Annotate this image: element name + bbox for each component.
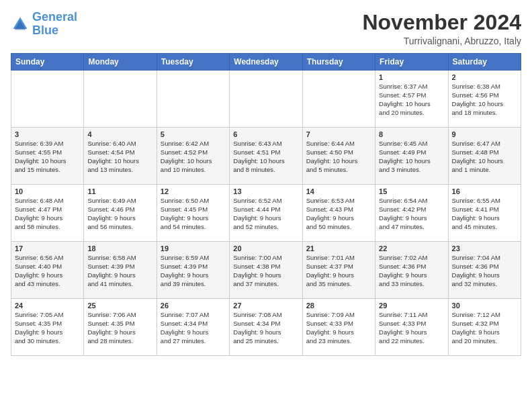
day-info: Sunrise: 6:56 AM Sunset: 4:40 PM Dayligh… bbox=[15, 254, 80, 288]
day-number: 8 bbox=[379, 130, 444, 138]
calendar-cell: 12Sunrise: 6:50 AM Sunset: 4:45 PM Dayli… bbox=[157, 185, 229, 242]
calendar-cell: 29Sunrise: 7:11 AM Sunset: 4:33 PM Dayli… bbox=[375, 299, 448, 356]
day-number: 26 bbox=[161, 302, 226, 310]
day-info: Sunrise: 6:50 AM Sunset: 4:45 PM Dayligh… bbox=[161, 197, 226, 231]
calendar-cell: 26Sunrise: 7:07 AM Sunset: 4:34 PM Dayli… bbox=[157, 299, 229, 356]
calendar-cell: 25Sunrise: 7:06 AM Sunset: 4:35 PM Dayli… bbox=[84, 299, 157, 356]
calendar-cell: 19Sunrise: 6:59 AM Sunset: 4:39 PM Dayli… bbox=[157, 242, 229, 299]
page: General Blue November 2024 Turrivalignan… bbox=[0, 0, 532, 361]
day-number: 22 bbox=[379, 244, 444, 253]
day-info: Sunrise: 6:39 AM Sunset: 4:55 PM Dayligh… bbox=[15, 140, 80, 174]
day-info: Sunrise: 7:11 AM Sunset: 4:33 PM Dayligh… bbox=[379, 311, 444, 345]
col-sunday: Sunday bbox=[11, 54, 84, 71]
day-info: Sunrise: 7:12 AM Sunset: 4:32 PM Dayligh… bbox=[452, 311, 517, 345]
calendar-week-2: 10Sunrise: 6:48 AM Sunset: 4:47 PM Dayli… bbox=[11, 185, 521, 242]
calendar-cell: 13Sunrise: 6:52 AM Sunset: 4:44 PM Dayli… bbox=[230, 185, 302, 242]
day-number: 30 bbox=[452, 302, 517, 310]
calendar-cell: 8Sunrise: 6:45 AM Sunset: 4:49 PM Daylig… bbox=[375, 128, 448, 185]
day-info: Sunrise: 7:01 AM Sunset: 4:37 PM Dayligh… bbox=[306, 254, 371, 288]
day-number: 3 bbox=[15, 130, 80, 138]
day-number: 23 bbox=[452, 244, 517, 253]
calendar-cell: 28Sunrise: 7:09 AM Sunset: 4:33 PM Dayli… bbox=[302, 299, 375, 356]
col-saturday: Saturday bbox=[448, 54, 521, 71]
calendar-cell: 3Sunrise: 6:39 AM Sunset: 4:55 PM Daylig… bbox=[11, 128, 84, 185]
day-info: Sunrise: 7:08 AM Sunset: 4:34 PM Dayligh… bbox=[233, 311, 298, 345]
calendar-cell: 18Sunrise: 6:58 AM Sunset: 4:39 PM Dayli… bbox=[84, 242, 157, 299]
calendar-header: Sunday Monday Tuesday Wednesday Thursday… bbox=[11, 54, 521, 71]
day-info: Sunrise: 6:59 AM Sunset: 4:39 PM Dayligh… bbox=[161, 254, 226, 288]
calendar-week-0: 1Sunrise: 6:37 AM Sunset: 4:57 PM Daylig… bbox=[11, 71, 521, 128]
day-number: 15 bbox=[379, 187, 444, 195]
day-number: 1 bbox=[379, 73, 444, 81]
logo-general: General bbox=[32, 10, 77, 24]
day-number: 25 bbox=[87, 302, 152, 310]
day-number: 6 bbox=[233, 130, 298, 138]
day-info: Sunrise: 6:49 AM Sunset: 4:46 PM Dayligh… bbox=[87, 197, 152, 231]
calendar-cell: 23Sunrise: 7:04 AM Sunset: 4:36 PM Dayli… bbox=[448, 242, 521, 299]
calendar-cell: 15Sunrise: 6:54 AM Sunset: 4:42 PM Dayli… bbox=[375, 185, 448, 242]
calendar-week-3: 17Sunrise: 6:56 AM Sunset: 4:40 PM Dayli… bbox=[11, 242, 521, 299]
calendar-body: 1Sunrise: 6:37 AM Sunset: 4:57 PM Daylig… bbox=[11, 71, 521, 356]
calendar-cell: 4Sunrise: 6:40 AM Sunset: 4:54 PM Daylig… bbox=[84, 128, 157, 185]
day-number: 24 bbox=[15, 302, 80, 310]
day-info: Sunrise: 7:06 AM Sunset: 4:35 PM Dayligh… bbox=[87, 311, 152, 345]
day-number: 16 bbox=[452, 187, 517, 195]
header: General Blue November 2024 Turrivalignan… bbox=[11, 11, 521, 46]
calendar-cell bbox=[230, 71, 302, 128]
day-number: 18 bbox=[87, 244, 152, 253]
header-row: Sunday Monday Tuesday Wednesday Thursday… bbox=[11, 54, 521, 71]
calendar-week-1: 3Sunrise: 6:39 AM Sunset: 4:55 PM Daylig… bbox=[11, 128, 521, 185]
calendar-cell: 5Sunrise: 6:42 AM Sunset: 4:52 PM Daylig… bbox=[157, 128, 229, 185]
day-number: 27 bbox=[233, 302, 298, 310]
day-number: 17 bbox=[15, 244, 80, 253]
calendar-cell bbox=[11, 71, 84, 128]
col-friday: Friday bbox=[375, 54, 448, 71]
day-info: Sunrise: 6:52 AM Sunset: 4:44 PM Dayligh… bbox=[233, 197, 298, 231]
day-info: Sunrise: 6:43 AM Sunset: 4:51 PM Dayligh… bbox=[233, 140, 298, 174]
calendar-cell: 10Sunrise: 6:48 AM Sunset: 4:47 PM Dayli… bbox=[11, 185, 84, 242]
day-number: 29 bbox=[379, 302, 444, 310]
day-info: Sunrise: 6:37 AM Sunset: 4:57 PM Dayligh… bbox=[379, 83, 444, 117]
day-info: Sunrise: 7:05 AM Sunset: 4:35 PM Dayligh… bbox=[15, 311, 80, 345]
calendar-cell: 30Sunrise: 7:12 AM Sunset: 4:32 PM Dayli… bbox=[448, 299, 521, 356]
day-number: 10 bbox=[15, 187, 80, 195]
day-number: 14 bbox=[306, 187, 371, 195]
day-info: Sunrise: 6:45 AM Sunset: 4:49 PM Dayligh… bbox=[379, 140, 444, 174]
calendar-cell: 2Sunrise: 6:38 AM Sunset: 4:56 PM Daylig… bbox=[448, 71, 521, 128]
day-info: Sunrise: 6:42 AM Sunset: 4:52 PM Dayligh… bbox=[161, 140, 226, 174]
day-info: Sunrise: 6:44 AM Sunset: 4:50 PM Dayligh… bbox=[306, 140, 371, 174]
day-info: Sunrise: 6:55 AM Sunset: 4:41 PM Dayligh… bbox=[452, 197, 517, 231]
calendar-cell bbox=[84, 71, 157, 128]
day-info: Sunrise: 7:02 AM Sunset: 4:36 PM Dayligh… bbox=[379, 254, 444, 288]
col-monday: Monday bbox=[84, 54, 157, 71]
calendar-cell: 1Sunrise: 6:37 AM Sunset: 4:57 PM Daylig… bbox=[375, 71, 448, 128]
day-info: Sunrise: 6:54 AM Sunset: 4:42 PM Dayligh… bbox=[379, 197, 444, 231]
col-thursday: Thursday bbox=[302, 54, 375, 71]
day-number: 11 bbox=[87, 187, 152, 195]
location: Turrivalignani, Abruzzo, Italy bbox=[362, 36, 521, 46]
day-info: Sunrise: 6:58 AM Sunset: 4:39 PM Dayligh… bbox=[87, 254, 152, 288]
col-tuesday: Tuesday bbox=[157, 54, 229, 71]
calendar-cell: 22Sunrise: 7:02 AM Sunset: 4:36 PM Dayli… bbox=[375, 242, 448, 299]
calendar-cell: 7Sunrise: 6:44 AM Sunset: 4:50 PM Daylig… bbox=[302, 128, 375, 185]
logo-text: General Blue bbox=[32, 11, 77, 38]
title-block: November 2024 Turrivalignani, Abruzzo, I… bbox=[362, 11, 521, 46]
calendar-cell: 6Sunrise: 6:43 AM Sunset: 4:51 PM Daylig… bbox=[230, 128, 302, 185]
calendar-cell: 20Sunrise: 7:00 AM Sunset: 4:38 PM Dayli… bbox=[230, 242, 302, 299]
calendar-cell bbox=[157, 71, 229, 128]
day-info: Sunrise: 7:07 AM Sunset: 4:34 PM Dayligh… bbox=[161, 311, 226, 345]
calendar-cell: 27Sunrise: 7:08 AM Sunset: 4:34 PM Dayli… bbox=[230, 299, 302, 356]
logo: General Blue bbox=[11, 11, 77, 38]
day-number: 21 bbox=[306, 244, 371, 253]
day-info: Sunrise: 6:47 AM Sunset: 4:48 PM Dayligh… bbox=[452, 140, 517, 174]
day-number: 5 bbox=[161, 130, 226, 138]
col-wednesday: Wednesday bbox=[230, 54, 302, 71]
calendar-week-4: 24Sunrise: 7:05 AM Sunset: 4:35 PM Dayli… bbox=[11, 299, 521, 356]
day-info: Sunrise: 7:00 AM Sunset: 4:38 PM Dayligh… bbox=[233, 254, 298, 288]
calendar-cell: 9Sunrise: 6:47 AM Sunset: 4:48 PM Daylig… bbox=[448, 128, 521, 185]
day-number: 12 bbox=[161, 187, 226, 195]
day-number: 4 bbox=[87, 130, 152, 138]
logo-blue: Blue bbox=[32, 24, 58, 37]
logo-icon bbox=[11, 15, 30, 34]
day-number: 7 bbox=[306, 130, 371, 138]
